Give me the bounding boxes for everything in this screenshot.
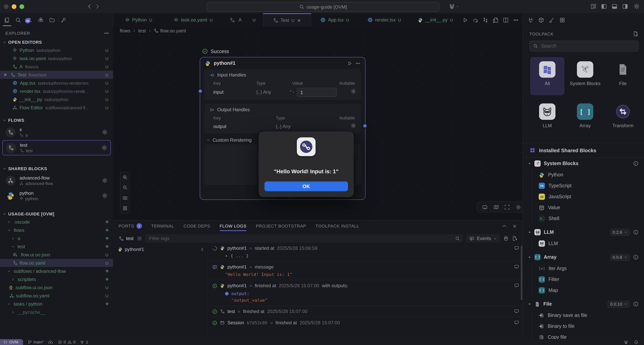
gear-icon[interactable] bbox=[102, 129, 108, 135]
handle-type[interactable]: Any bbox=[282, 124, 290, 129]
toggle-right-sidebar-icon[interactable] bbox=[622, 4, 628, 9]
open-editor-item[interactable]: __init__.pytasks/python U bbox=[0, 95, 113, 103]
zoom-in-icon[interactable] bbox=[122, 175, 127, 180]
tree-item-subflow-ui-json[interactable]: {}.subflow.ui.oo.jsonU bbox=[0, 283, 113, 291]
input-port-dot[interactable] bbox=[198, 89, 203, 94]
assistant-rabbit-icon[interactable] bbox=[624, 340, 628, 344]
canvas-settings-gear-icon[interactable] bbox=[516, 204, 521, 210]
block-copy-file[interactable]: Copy file bbox=[523, 332, 644, 339]
block-javascript[interactable]: JSJavaScript bbox=[523, 191, 644, 202]
handle-type[interactable]: Any bbox=[263, 89, 271, 95]
auto-layout-icon[interactable] bbox=[122, 206, 127, 211]
open-editor-item[interactable]: Flow Editorsubflows/advanced-fl... U bbox=[0, 103, 113, 112]
breadcrumb-item[interactable]: flows bbox=[120, 28, 130, 34]
category-transform[interactable]: Transform bbox=[606, 99, 640, 137]
breadcrumb-item[interactable]: test bbox=[138, 28, 146, 34]
tree-item-flows[interactable]: flows bbox=[0, 226, 113, 234]
notifications-bell-icon[interactable] bbox=[634, 340, 638, 344]
node-more-icon[interactable] bbox=[355, 61, 360, 66]
log-entry-finished[interactable]: python#1»finished at2025/5/28 15:07:00wi… bbox=[208, 283, 523, 288]
shared-block-advanced-flow[interactable]: advanced-flow advanced-flow bbox=[2, 173, 111, 188]
nav-back-icon[interactable] bbox=[86, 4, 92, 9]
value-input[interactable]: 1 bbox=[297, 88, 337, 97]
clear-logs-icon[interactable] bbox=[503, 236, 509, 241]
log-entry-message[interactable]: python#1»message bbox=[208, 264, 523, 270]
fullscreen-icon[interactable] bbox=[504, 204, 510, 210]
shared-blocks-header[interactable]: SHARED BLOCKS bbox=[0, 164, 113, 173]
log-entry-started[interactable]: python#1»started at2025/5/28 15:06:59 bbox=[208, 245, 523, 251]
category-all[interactable]: All bbox=[530, 57, 564, 95]
close-icon[interactable] bbox=[3, 73, 8, 77]
comment-icon[interactable] bbox=[514, 283, 519, 288]
log-output-key[interactable]: output: bbox=[208, 291, 523, 296]
handle-gear-icon[interactable] bbox=[351, 123, 356, 128]
gear-icon[interactable] bbox=[102, 145, 107, 151]
traffic-maximize-button[interactable] bbox=[20, 4, 24, 9]
comment-icon[interactable] bbox=[514, 320, 519, 325]
tree-item-a[interactable]: a bbox=[0, 234, 113, 242]
extensions-icon[interactable] bbox=[38, 17, 44, 23]
panel-toggle-icon[interactable] bbox=[482, 204, 488, 210]
panel-close-icon[interactable] bbox=[512, 223, 517, 228]
open-preview-icon[interactable] bbox=[493, 17, 498, 23]
log-output-value[interactable]: "output_value" bbox=[208, 298, 523, 303]
tree-item-subflows-advanced-flow[interactable]: subflows / advanced-flow bbox=[0, 267, 113, 275]
info-icon[interactable] bbox=[633, 301, 638, 307]
tree-item-flow-ui-json[interactable]: .flow.ui.oo.jsonU bbox=[0, 250, 113, 259]
key-icon[interactable] bbox=[60, 17, 66, 23]
output-port-dot[interactable] bbox=[362, 123, 368, 128]
tree-item-flow-oo-yaml[interactable]: flow.oo.yamlU bbox=[0, 259, 113, 267]
toggle-left-sidebar-icon[interactable] bbox=[601, 4, 607, 9]
section-system-blocks[interactable]: System Blocks bbox=[523, 158, 644, 169]
tab-app-tsx[interactable]: App.tsxU bbox=[311, 13, 358, 27]
info-icon[interactable] bbox=[633, 229, 638, 235]
block-value[interactable]: Value bbox=[523, 202, 644, 213]
category-system-blocks[interactable]: System Blocks bbox=[568, 57, 602, 95]
traffic-minimize-button[interactable] bbox=[12, 4, 16, 9]
git-branch-indicator[interactable]: main* bbox=[28, 340, 44, 344]
breadcrumb-item[interactable]: flow.oo.yaml bbox=[160, 28, 186, 34]
log-list-icon[interactable] bbox=[137, 236, 142, 241]
version-dropdown[interactable]: 0.0.8 bbox=[610, 253, 630, 261]
flow-card-s[interactable]: s a bbox=[2, 125, 111, 139]
flow-card-test[interactable]: test test bbox=[2, 140, 111, 155]
open-editor-item[interactable]: Pythontasks/python U bbox=[0, 46, 113, 54]
value-type-selector[interactable]: “ bbox=[290, 89, 295, 95]
handle-gear-icon[interactable] bbox=[351, 89, 356, 94]
log-source-item[interactable]: python#1 3 bbox=[113, 245, 207, 254]
ok-button[interactable]: OK bbox=[264, 181, 348, 191]
tab-flow-logs[interactable]: FLOW LOGS bbox=[220, 220, 246, 231]
open-editors-header[interactable]: OPEN EDITORS bbox=[0, 38, 113, 46]
explorer-more-icon[interactable] bbox=[104, 31, 109, 36]
search-sidebar-icon[interactable] bbox=[15, 17, 21, 23]
comment-icon[interactable] bbox=[514, 309, 519, 314]
open-editor-item-active[interactable]: Testflows/test U bbox=[0, 71, 113, 79]
open-editor-item[interactable]: App.tsxtasks/python/oo-render/src U bbox=[0, 79, 113, 87]
split-editor-icon[interactable] bbox=[503, 17, 509, 23]
sync-cloud-icon[interactable] bbox=[48, 339, 53, 344]
run-icon[interactable] bbox=[462, 17, 468, 23]
toggle-panel-icon[interactable] bbox=[612, 4, 618, 9]
nav-forward-icon[interactable] bbox=[94, 4, 100, 9]
tab-toolpack-install[interactable]: TOOLPACK INSTALL bbox=[316, 220, 359, 231]
open-editor-item[interactable]: task.oo.yamltasks/python U bbox=[0, 54, 113, 63]
info-icon[interactable] bbox=[633, 254, 638, 260]
version-dropdown[interactable]: 0.0.10 bbox=[608, 300, 630, 308]
fit-view-icon[interactable] bbox=[122, 196, 127, 201]
comment-icon[interactable] bbox=[514, 264, 519, 269]
log-entry-session-finished[interactable]: Sessionb7d53c05»finished at2025/5/28 15:… bbox=[208, 320, 523, 325]
block-shell[interactable]: >_Shell bbox=[523, 213, 644, 224]
section-llm[interactable]: LLM 0.2.6 bbox=[523, 226, 644, 238]
explorer-files-icon[interactable] bbox=[4, 17, 10, 23]
block-typescript[interactable]: TSTypeScript bbox=[523, 180, 644, 191]
minimap-icon[interactable] bbox=[494, 204, 499, 210]
flows-header[interactable]: FLOWS bbox=[0, 116, 113, 124]
ports-indicator[interactable]: 1 bbox=[80, 340, 88, 344]
log-entry-test-finished[interactable]: test»finished at2025/5/28 15:07:00 bbox=[208, 309, 523, 314]
new-toolpack-icon[interactable] bbox=[633, 31, 638, 37]
export-logs-icon[interactable] bbox=[512, 236, 517, 241]
category-file[interactable]: File bbox=[606, 57, 640, 95]
folder-icon[interactable] bbox=[49, 17, 55, 23]
problems-indicator[interactable]: 0 0 bbox=[58, 340, 76, 344]
info-icon[interactable] bbox=[633, 161, 638, 166]
